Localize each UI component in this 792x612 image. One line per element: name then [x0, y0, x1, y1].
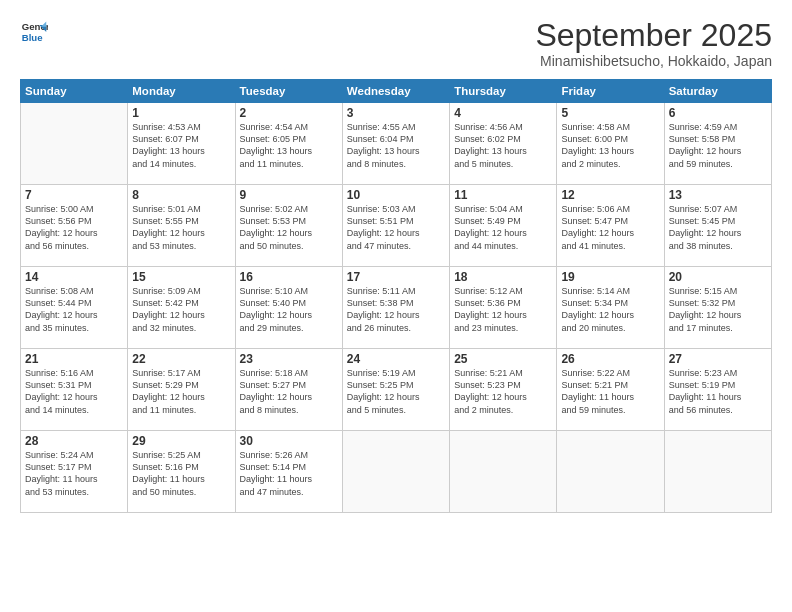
day-number: 25 [454, 352, 552, 366]
day-info: Sunrise: 5:14 AMSunset: 5:34 PMDaylight:… [561, 285, 659, 334]
table-row: 15Sunrise: 5:09 AMSunset: 5:42 PMDayligh… [128, 267, 235, 349]
svg-text:Blue: Blue [22, 32, 43, 43]
day-info: Sunrise: 5:04 AMSunset: 5:49 PMDaylight:… [454, 203, 552, 252]
table-row: 20Sunrise: 5:15 AMSunset: 5:32 PMDayligh… [664, 267, 771, 349]
day-number: 2 [240, 106, 338, 120]
weekday-header-row: SundayMondayTuesdayWednesdayThursdayFrid… [21, 80, 772, 103]
day-number: 20 [669, 270, 767, 284]
day-number: 9 [240, 188, 338, 202]
table-row: 1Sunrise: 4:53 AMSunset: 6:07 PMDaylight… [128, 103, 235, 185]
day-number: 26 [561, 352, 659, 366]
table-row: 2Sunrise: 4:54 AMSunset: 6:05 PMDaylight… [235, 103, 342, 185]
table-row [450, 431, 557, 513]
day-info: Sunrise: 4:53 AMSunset: 6:07 PMDaylight:… [132, 121, 230, 170]
table-row: 9Sunrise: 5:02 AMSunset: 5:53 PMDaylight… [235, 185, 342, 267]
day-number: 27 [669, 352, 767, 366]
table-row: 23Sunrise: 5:18 AMSunset: 5:27 PMDayligh… [235, 349, 342, 431]
day-info: Sunrise: 5:23 AMSunset: 5:19 PMDaylight:… [669, 367, 767, 416]
day-info: Sunrise: 4:59 AMSunset: 5:58 PMDaylight:… [669, 121, 767, 170]
day-number: 10 [347, 188, 445, 202]
day-number: 13 [669, 188, 767, 202]
table-row: 26Sunrise: 5:22 AMSunset: 5:21 PMDayligh… [557, 349, 664, 431]
day-info: Sunrise: 5:03 AMSunset: 5:51 PMDaylight:… [347, 203, 445, 252]
day-info: Sunrise: 5:21 AMSunset: 5:23 PMDaylight:… [454, 367, 552, 416]
month-title: September 2025 [535, 18, 772, 53]
day-info: Sunrise: 4:58 AMSunset: 6:00 PMDaylight:… [561, 121, 659, 170]
table-row: 12Sunrise: 5:06 AMSunset: 5:47 PMDayligh… [557, 185, 664, 267]
table-row: 3Sunrise: 4:55 AMSunset: 6:04 PMDaylight… [342, 103, 449, 185]
day-info: Sunrise: 5:06 AMSunset: 5:47 PMDaylight:… [561, 203, 659, 252]
day-number: 21 [25, 352, 123, 366]
day-info: Sunrise: 5:19 AMSunset: 5:25 PMDaylight:… [347, 367, 445, 416]
day-number: 8 [132, 188, 230, 202]
weekday-monday: Monday [128, 80, 235, 103]
table-row: 8Sunrise: 5:01 AMSunset: 5:55 PMDaylight… [128, 185, 235, 267]
weekday-thursday: Thursday [450, 80, 557, 103]
day-info: Sunrise: 5:22 AMSunset: 5:21 PMDaylight:… [561, 367, 659, 416]
table-row: 19Sunrise: 5:14 AMSunset: 5:34 PMDayligh… [557, 267, 664, 349]
day-number: 12 [561, 188, 659, 202]
day-number: 5 [561, 106, 659, 120]
day-number: 30 [240, 434, 338, 448]
day-number: 6 [669, 106, 767, 120]
day-number: 17 [347, 270, 445, 284]
day-number: 18 [454, 270, 552, 284]
table-row: 10Sunrise: 5:03 AMSunset: 5:51 PMDayligh… [342, 185, 449, 267]
calendar-week-3: 14Sunrise: 5:08 AMSunset: 5:44 PMDayligh… [21, 267, 772, 349]
calendar-table: SundayMondayTuesdayWednesdayThursdayFrid… [20, 79, 772, 513]
day-info: Sunrise: 5:01 AMSunset: 5:55 PMDaylight:… [132, 203, 230, 252]
day-info: Sunrise: 5:00 AMSunset: 5:56 PMDaylight:… [25, 203, 123, 252]
day-info: Sunrise: 4:55 AMSunset: 6:04 PMDaylight:… [347, 121, 445, 170]
day-info: Sunrise: 5:18 AMSunset: 5:27 PMDaylight:… [240, 367, 338, 416]
day-info: Sunrise: 5:12 AMSunset: 5:36 PMDaylight:… [454, 285, 552, 334]
calendar-week-1: 1Sunrise: 4:53 AMSunset: 6:07 PMDaylight… [21, 103, 772, 185]
day-info: Sunrise: 4:54 AMSunset: 6:05 PMDaylight:… [240, 121, 338, 170]
day-info: Sunrise: 5:16 AMSunset: 5:31 PMDaylight:… [25, 367, 123, 416]
day-info: Sunrise: 5:17 AMSunset: 5:29 PMDaylight:… [132, 367, 230, 416]
table-row: 13Sunrise: 5:07 AMSunset: 5:45 PMDayligh… [664, 185, 771, 267]
logo-icon: General Blue [20, 18, 48, 46]
day-info: Sunrise: 5:09 AMSunset: 5:42 PMDaylight:… [132, 285, 230, 334]
table-row: 30Sunrise: 5:26 AMSunset: 5:14 PMDayligh… [235, 431, 342, 513]
location-title: Minamishibetsucho, Hokkaido, Japan [535, 53, 772, 69]
weekday-sunday: Sunday [21, 80, 128, 103]
calendar-week-4: 21Sunrise: 5:16 AMSunset: 5:31 PMDayligh… [21, 349, 772, 431]
table-row: 17Sunrise: 5:11 AMSunset: 5:38 PMDayligh… [342, 267, 449, 349]
day-number: 19 [561, 270, 659, 284]
day-number: 3 [347, 106, 445, 120]
day-number: 7 [25, 188, 123, 202]
table-row: 21Sunrise: 5:16 AMSunset: 5:31 PMDayligh… [21, 349, 128, 431]
day-number: 11 [454, 188, 552, 202]
day-number: 29 [132, 434, 230, 448]
table-row: 27Sunrise: 5:23 AMSunset: 5:19 PMDayligh… [664, 349, 771, 431]
day-number: 14 [25, 270, 123, 284]
day-info: Sunrise: 4:56 AMSunset: 6:02 PMDaylight:… [454, 121, 552, 170]
title-block: September 2025 Minamishibetsucho, Hokkai… [535, 18, 772, 69]
table-row: 7Sunrise: 5:00 AMSunset: 5:56 PMDaylight… [21, 185, 128, 267]
table-row [664, 431, 771, 513]
page-header: General Blue September 2025 Minamishibet… [20, 18, 772, 69]
day-number: 4 [454, 106, 552, 120]
day-number: 23 [240, 352, 338, 366]
table-row: 22Sunrise: 5:17 AMSunset: 5:29 PMDayligh… [128, 349, 235, 431]
day-info: Sunrise: 5:08 AMSunset: 5:44 PMDaylight:… [25, 285, 123, 334]
table-row [557, 431, 664, 513]
table-row: 29Sunrise: 5:25 AMSunset: 5:16 PMDayligh… [128, 431, 235, 513]
table-row: 25Sunrise: 5:21 AMSunset: 5:23 PMDayligh… [450, 349, 557, 431]
table-row: 18Sunrise: 5:12 AMSunset: 5:36 PMDayligh… [450, 267, 557, 349]
day-number: 16 [240, 270, 338, 284]
table-row: 4Sunrise: 4:56 AMSunset: 6:02 PMDaylight… [450, 103, 557, 185]
day-number: 28 [25, 434, 123, 448]
weekday-wednesday: Wednesday [342, 80, 449, 103]
table-row: 24Sunrise: 5:19 AMSunset: 5:25 PMDayligh… [342, 349, 449, 431]
table-row: 6Sunrise: 4:59 AMSunset: 5:58 PMDaylight… [664, 103, 771, 185]
table-row: 28Sunrise: 5:24 AMSunset: 5:17 PMDayligh… [21, 431, 128, 513]
weekday-saturday: Saturday [664, 80, 771, 103]
day-info: Sunrise: 5:15 AMSunset: 5:32 PMDaylight:… [669, 285, 767, 334]
day-number: 22 [132, 352, 230, 366]
table-row: 5Sunrise: 4:58 AMSunset: 6:00 PMDaylight… [557, 103, 664, 185]
day-info: Sunrise: 5:02 AMSunset: 5:53 PMDaylight:… [240, 203, 338, 252]
day-number: 24 [347, 352, 445, 366]
table-row: 11Sunrise: 5:04 AMSunset: 5:49 PMDayligh… [450, 185, 557, 267]
day-info: Sunrise: 5:26 AMSunset: 5:14 PMDaylight:… [240, 449, 338, 498]
